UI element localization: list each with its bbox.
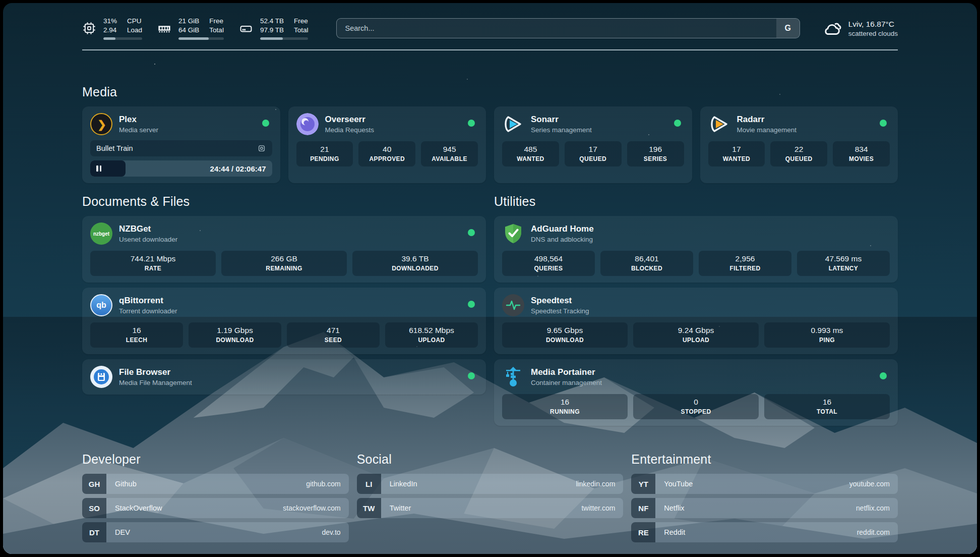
cpu-percent: 31% xyxy=(103,17,117,26)
disk-total-value: 97.9 TB xyxy=(260,26,284,35)
nzbget-stat-rate: 744.21 MbpsRATE xyxy=(90,251,216,276)
nzbget-status-dot xyxy=(468,229,475,236)
youtube-badge: YT xyxy=(631,474,655,494)
disk-icon xyxy=(239,21,253,35)
adguard-icon xyxy=(502,222,524,245)
section-media: Media ❯ Plex Media server Bullet Train xyxy=(82,85,898,183)
nzbget-card[interactable]: nzbget NZBGet Usenet downloader 744.21 M… xyxy=(82,216,486,283)
plex-card[interactable]: ❯ Plex Media server Bullet Train xyxy=(82,106,280,183)
nzbget-stat-downloaded: 39.6 TBDOWNLOADED xyxy=(352,251,478,276)
weather-location-temp: Lviv, 16.87°C xyxy=(848,20,898,29)
sonarr-card[interactable]: Sonarr Series management 485WANTED 17QUE… xyxy=(494,106,692,183)
media-section-title: Media xyxy=(82,85,898,99)
portainer-stat-stopped: 0STOPPED xyxy=(633,394,759,419)
sonarr-status-dot xyxy=(674,120,681,127)
filebrowser-subtitle: Media File Management xyxy=(119,379,192,386)
netflix-badge: NF xyxy=(631,498,655,518)
sonarr-subtitle: Series management xyxy=(531,126,592,134)
search-input[interactable] xyxy=(336,18,800,38)
github-badge: GH xyxy=(82,474,106,494)
sonarr-stat-series: 196SERIES xyxy=(627,141,684,166)
search-engine-button[interactable]: G xyxy=(776,19,800,38)
social-section-title: Social xyxy=(357,452,624,467)
dev-badge: DT xyxy=(82,522,106,542)
link-netflix[interactable]: NF Netflix netflix.com xyxy=(631,498,898,518)
memory-free-label: Free xyxy=(209,17,224,26)
weather-widget[interactable]: Lviv, 16.87°C scattered clouds xyxy=(822,20,898,37)
speedtest-icon xyxy=(502,294,524,316)
entertainment-section-title: Entertainment xyxy=(631,452,898,467)
pause-button[interactable] xyxy=(90,165,101,172)
link-dev[interactable]: DT DEV dev.to xyxy=(82,522,349,542)
portainer-card[interactable]: Media Portainer Container management 16R… xyxy=(494,359,898,426)
sonarr-stat-wanted: 485WANTED xyxy=(502,141,559,166)
radarr-stat-movies: 834MOVIES xyxy=(833,141,890,166)
section-developer: Developer GH Github github.com SO StackO… xyxy=(82,452,349,546)
disk-free-value: 52.4 TB xyxy=(260,17,284,26)
developer-section-title: Developer xyxy=(82,452,349,467)
memory-total-value: 64 GiB xyxy=(178,26,199,35)
link-twitter[interactable]: TW Twitter twitter.com xyxy=(357,498,624,518)
qbittorrent-card[interactable]: qb qBittorrent Torrent downloader 16LEEC… xyxy=(82,288,486,354)
link-youtube[interactable]: YT YouTube youtube.com xyxy=(631,474,898,494)
qbittorrent-stat-upload: 618.52 MbpsUPLOAD xyxy=(385,322,478,348)
link-stackoverflow[interactable]: SO StackOverflow stackoverflow.com xyxy=(82,498,349,518)
twitter-badge: TW xyxy=(357,498,381,518)
radarr-icon xyxy=(708,113,730,135)
search-bar: G xyxy=(336,18,800,38)
plex-now-playing-title: Bullet Train xyxy=(96,144,133,152)
filebrowser-icon xyxy=(90,366,112,388)
plex-progress-bar[interactable]: 24:44 / 02:06:47 xyxy=(90,160,272,177)
speedtest-card[interactable]: Speedtest Speedtest Tracking 9.65 GbpsDO… xyxy=(494,288,898,354)
plex-icon: ❯ xyxy=(90,113,112,135)
radarr-card[interactable]: Radarr Movie management 17WANTED 22QUEUE… xyxy=(700,106,898,183)
sonarr-icon xyxy=(502,113,524,135)
weather-condition: scattered clouds xyxy=(848,30,898,37)
overseerr-title: Overseerr xyxy=(325,115,375,125)
radarr-stat-queued: 22QUEUED xyxy=(770,141,827,166)
documents-section-title: Documents & Files xyxy=(82,194,486,209)
nzbget-subtitle: Usenet downloader xyxy=(119,236,177,243)
disk-total-label: Total xyxy=(294,26,309,35)
adguard-card[interactable]: AdGuard Home DNS and adblocking 498,564Q… xyxy=(494,216,898,283)
cpu-load-label: Load xyxy=(127,26,142,35)
nzbget-icon: nzbget xyxy=(90,222,112,245)
portainer-subtitle: Container management xyxy=(531,379,602,386)
speedtest-stat-upload: 9.24 GbpsUPLOAD xyxy=(633,322,759,348)
plex-now-playing: Bullet Train xyxy=(90,140,272,156)
adguard-stat-filtered: 2,956FILTERED xyxy=(699,251,791,276)
filebrowser-card[interactable]: File Browser Media File Management xyxy=(82,359,486,395)
adguard-stat-queries: 498,564QUERIES xyxy=(502,251,595,276)
disk-free-label: Free xyxy=(294,17,309,26)
plex-status-dot xyxy=(262,120,269,127)
section-social: Social LI LinkedIn linkedin.com TW Twitt… xyxy=(357,452,624,546)
plex-title: Plex xyxy=(119,115,158,125)
speedtest-title: Speedtest xyxy=(531,296,589,306)
memory-icon xyxy=(157,21,171,35)
link-linkedin[interactable]: LI LinkedIn linkedin.com xyxy=(357,474,624,494)
transcode-icon xyxy=(257,144,266,153)
portainer-title: Media Portainer xyxy=(531,367,602,377)
overseerr-stat-approved: 40APPROVED xyxy=(358,141,415,166)
section-entertainment: Entertainment YT YouTube youtube.com NF … xyxy=(631,452,898,546)
overseerr-status-dot xyxy=(468,120,475,127)
memory-stat: 21 GiB 64 GiB Free Total xyxy=(157,17,224,40)
link-github[interactable]: GH Github github.com xyxy=(82,474,349,494)
speedtest-subtitle: Speedtest Tracking xyxy=(531,307,589,315)
adguard-subtitle: DNS and adblocking xyxy=(531,236,594,243)
radarr-title: Radarr xyxy=(737,115,797,125)
radarr-stat-wanted: 17WANTED xyxy=(708,141,765,166)
disk-progress-bar xyxy=(260,37,309,40)
adguard-title: AdGuard Home xyxy=(531,224,594,234)
reddit-badge: RE xyxy=(631,522,655,542)
qbittorrent-subtitle: Torrent downloader xyxy=(119,307,177,315)
utilities-section-title: Utilities xyxy=(494,194,898,209)
radarr-subtitle: Movie management xyxy=(737,126,797,134)
overseerr-stat-pending: 21PENDING xyxy=(296,141,353,166)
link-reddit[interactable]: RE Reddit reddit.com xyxy=(631,522,898,542)
memory-total-label: Total xyxy=(209,26,224,35)
qbittorrent-status-dot xyxy=(468,301,475,308)
overseerr-card[interactable]: Overseerr Media Requests 21PENDING 40APP… xyxy=(288,106,486,183)
linkedin-badge: LI xyxy=(357,474,381,494)
cpu-stat: 31% 2.94 CPU Load xyxy=(82,17,142,40)
